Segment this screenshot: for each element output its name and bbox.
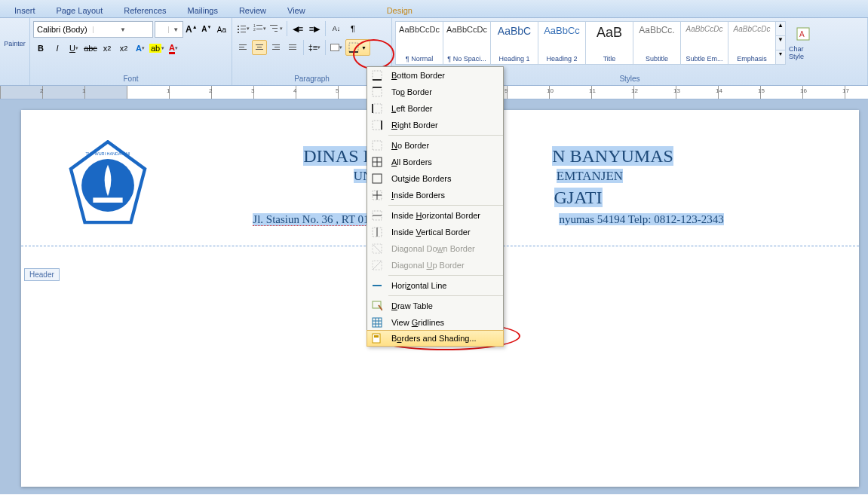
align-left-button[interactable] [235,40,250,55]
bullets-button[interactable]: ▾ [235,21,250,36]
svg-text:2: 2 [253,27,256,32]
svg-rect-9 [256,29,262,29]
svg-rect-2 [238,29,239,30]
styles-scroll-up[interactable]: ▲ [776,22,785,35]
svg-rect-18 [256,49,263,50]
borders-dropdown-menu: Bottom Border Top Border Left Border Rig… [367,66,504,347]
style-item-2[interactable]: AaBbCHeading 1 [490,21,538,65]
svg-rect-65 [373,334,380,343]
svg-rect-0 [238,26,239,27]
svg-rect-14 [239,47,244,47]
svg-rect-5 [241,32,246,32]
menu-no-border[interactable]: No Border [367,137,503,154]
style-item-4[interactable]: AaBTitle [585,21,633,65]
sort-button[interactable]: A↓ [329,21,344,36]
svg-rect-16 [256,44,263,45]
svg-rect-13 [239,44,247,45]
style-item-5[interactable]: AaBbCc.Subtitle [633,21,681,65]
menu-diagonal-down-border: Diagonal Down Border [367,240,503,257]
style-item-7[interactable]: AaBbCcDcEmphasis [728,21,776,65]
svg-rect-11 [272,28,278,29]
styles-gallery[interactable]: AaBbCcDc¶ NormalAaBbCcDc¶ No Spaci...AaB… [395,21,775,65]
group-font: Calibri (Body) ▼ ▼ A▲ A▼ Aa B I U▾ abc x… [30,18,232,85]
shrink-font-button[interactable]: A▼ [200,22,213,37]
menu-all-borders[interactable]: All Borders [367,154,503,170]
increase-indent-button[interactable]: ≡▶ [307,21,322,36]
menu-draw-table[interactable]: Draw Table [367,298,503,314]
menu-inside-vertical-border[interactable]: Inside Vertical Border [367,224,503,240]
menu-view-gridlines[interactable]: View Gridlines [367,314,503,331]
menu-inside-horizontal-border[interactable]: Inside Horizontal Border [367,207,503,224]
group-label-font: Font [33,75,229,84]
borders-dropdown-button[interactable]: ▼ [345,39,370,56]
group-label-paragraph: Paragraph [235,75,388,84]
style-item-1[interactable]: AaBbCcDc¶ No Spaci... [443,21,491,65]
font-size-combo[interactable]: ▼ [155,21,183,38]
header-section-tag[interactable]: Header [24,268,60,281]
superscript-button[interactable]: x2 [116,41,131,56]
align-center-button[interactable] [252,40,267,55]
styles-expand[interactable]: ▾ [776,50,785,64]
style-item-3[interactable]: AaBbCcHeading 2 [538,21,586,65]
svg-rect-24 [289,49,296,50]
svg-rect-25 [349,43,358,52]
subscript-button[interactable]: x2 [100,41,115,56]
tab-references[interactable]: References [113,3,176,17]
font-name-combo[interactable]: Calibri (Body) ▼ [33,21,153,38]
svg-rect-66 [374,335,379,338]
multilevel-list-button[interactable]: ▾ [268,21,284,36]
letterhead-logo: TUT WURI HANDAYANI [66,140,149,231]
svg-text:A: A [799,30,805,38]
change-styles-icon: A [795,26,814,45]
change-styles-button[interactable]: A Char Style [786,21,824,65]
numbering-button[interactable]: 12▾ [252,21,267,36]
tab-page-layout[interactable]: Page Layout [46,3,114,17]
menu-outside-borders[interactable]: Outside Borders [367,170,503,187]
menu-horizontal-line[interactable]: Horizontal Line [367,277,503,294]
underline-button[interactable]: U▾ [66,41,81,56]
menu-bottom-border[interactable]: Bottom Border [367,67,503,84]
svg-rect-15 [239,49,247,50]
font-color-button[interactable]: A▾ [166,41,181,56]
grow-font-button[interactable]: A▲ [185,22,198,37]
align-right-button[interactable] [268,40,284,55]
menu-top-border[interactable]: Top Border [367,84,503,100]
tab-mailings[interactable]: Mailings [177,3,229,17]
tab-insert[interactable]: Insert [4,3,46,17]
menu-left-border[interactable]: Left Border [367,100,503,117]
highlight-button[interactable]: ab▾ [149,41,164,56]
justify-button[interactable] [285,40,300,55]
text-effects-button[interactable]: A▾ [133,41,148,56]
menu-right-border[interactable]: Right Border [367,117,503,133]
svg-rect-31 [93,197,122,203]
svg-rect-17 [257,47,262,47]
svg-rect-22 [289,44,296,45]
change-case-button[interactable]: Aa [215,22,229,37]
tab-design[interactable]: Design [376,3,423,17]
tab-review[interactable]: Review [229,3,277,17]
menu-inside-borders[interactable]: Inside Borders [367,187,503,203]
menu-borders-and-shading[interactable]: Borders and Shading... [367,330,504,347]
styles-scroll-down[interactable]: ▼ [776,35,785,50]
line-spacing-button[interactable]: ‡≡▾ [307,40,322,55]
svg-rect-1 [241,26,246,26]
style-item-6[interactable]: AaBbCcDcSubtle Em... [680,21,728,65]
svg-rect-7 [256,25,262,26]
italic-button[interactable]: I [50,41,65,56]
strikethrough-button[interactable]: abc [83,41,98,56]
svg-rect-39 [373,121,382,130]
show-marks-button[interactable]: ¶ [345,21,360,36]
chevron-down-icon: ▼ [93,26,152,33]
svg-line-56 [373,261,382,270]
ribbon-tabstrip: Insert Page Layout References Mailings R… [0,0,868,18]
decrease-indent-button[interactable]: ◀≡ [290,21,305,36]
shading-button[interactable]: ▾ [329,40,344,55]
svg-rect-19 [272,44,280,45]
style-item-0[interactable]: AaBbCcDc¶ Normal [395,21,443,65]
svg-rect-60 [373,318,382,327]
svg-rect-10 [270,25,278,26]
bold-button[interactable]: B [33,41,48,56]
svg-text:TUT WURI HANDAYANI: TUT WURI HANDAYANI [86,151,130,156]
svg-rect-37 [373,104,382,113]
tab-view[interactable]: View [277,3,316,17]
